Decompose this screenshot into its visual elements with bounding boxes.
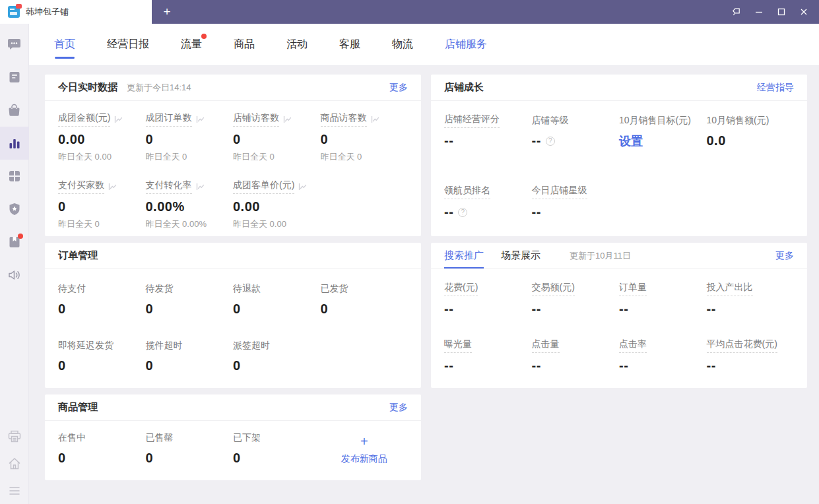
publish-new-goods-button[interactable]: + 发布新商品 [321, 431, 409, 466]
browser-tab[interactable]: 韩坤包子铺 [0, 0, 152, 24]
window-titlebar: 韩坤包子铺 + [0, 0, 819, 24]
nav-tab[interactable]: 经营日报 [107, 24, 149, 65]
empty-area [431, 394, 807, 480]
metric-value: 0 [146, 358, 154, 373]
nav-tab[interactable]: 客服 [339, 24, 360, 65]
metric-yesterday: 昨日全天 0 [146, 151, 234, 163]
metric-value: -- [532, 301, 541, 317]
sidebar-bar-chart-icon[interactable] [0, 127, 29, 160]
metric-label: 派签超时 [233, 340, 270, 352]
metric-label: 领航员排名 [444, 185, 490, 199]
sidebar-speaker-icon[interactable] [0, 259, 29, 292]
promotion-tab[interactable]: 场景展示 [501, 243, 541, 268]
plus-icon: + [360, 435, 368, 448]
metric-cell: 即将延迟发货 0 [58, 339, 146, 373]
metric-label: 即将延迟发货 [58, 340, 114, 352]
metric-value: 0 [58, 301, 66, 317]
metric-yesterday: 昨日全天 0 [233, 151, 321, 163]
sidebar-home-icon[interactable] [0, 450, 29, 477]
sidebar-chat-icon[interactable] [0, 28, 29, 61]
more-link[interactable]: 更多 [389, 402, 408, 414]
metric-yesterday: 昨日全天 0.00 [233, 218, 321, 230]
metric-value: -- [707, 358, 716, 373]
metric-value: 0 [321, 132, 329, 147]
metric-value: -- [707, 301, 716, 317]
metric-value: 0 [146, 301, 154, 317]
nav-tab-label: 经营日报 [107, 38, 149, 51]
metric-label: 支付买家数 [58, 179, 104, 194]
metric-value: 0 [58, 199, 66, 214]
metric-value: -- [619, 301, 628, 317]
shop-favicon-icon [8, 6, 20, 18]
trend-chart-icon[interactable] [108, 183, 117, 191]
top-navbar: 首页 经营日报 流量 商品 活动 [29, 24, 819, 66]
metric-value: 0.00 [58, 132, 85, 147]
more-link[interactable]: 更多 [775, 250, 794, 262]
trend-chart-icon[interactable] [298, 183, 307, 191]
metric-cell: 订单量 -- [619, 282, 707, 317]
close-icon[interactable] [795, 3, 812, 20]
card-realtime-data: 今日实时数据 更新于今日14:14 更多 成团金额(元) 0.00 [45, 75, 421, 236]
help-icon[interactable]: ? [546, 137, 555, 146]
metric-cell: 已下架 0 [233, 431, 321, 466]
nav-tab[interactable]: 商品 [234, 24, 255, 65]
metric-label: 10月销售目标(元) [619, 115, 691, 127]
publish-label: 发布新商品 [341, 453, 387, 465]
metric-label: 今日店铺星级 [532, 185, 587, 199]
more-link[interactable]: 更多 [389, 82, 408, 94]
trend-chart-icon[interactable] [196, 115, 205, 123]
metric-label: 支付转化率 [146, 179, 192, 194]
metric-label: 店铺访客数 [233, 112, 279, 127]
metric-cell: 投入产出比 -- [707, 282, 795, 317]
guidance-link[interactable]: 经营指导 [757, 82, 794, 94]
metric-label: 待退款 [233, 283, 261, 295]
metric-cell: 成团金额(元) 0.00 昨日全天 0.00 [58, 113, 146, 163]
new-tab-button[interactable]: + [152, 0, 182, 24]
sidebar-document-icon[interactable] [0, 61, 29, 94]
set-target-link[interactable]: 设置 [619, 133, 643, 149]
nav-tab[interactable]: 流量 [181, 24, 202, 65]
card-title: 今日实时数据 [58, 81, 117, 94]
metric-label: 花费(元) [444, 282, 478, 296]
tab-title: 韩坤包子铺 [26, 6, 69, 18]
card-goods-management: 商品管理 更多 + 发布新商品 在售中 [45, 394, 421, 480]
pin-window-icon[interactable] [728, 3, 745, 20]
sidebar-shield-icon[interactable] [0, 193, 29, 226]
nav-tab[interactable]: 活动 [286, 24, 308, 65]
sidebar-grid-icon[interactable] [0, 160, 29, 193]
card-title: 订单管理 [58, 249, 98, 262]
metric-cell: 店铺访客数 0 昨日全天 0 [233, 113, 321, 163]
metric-cell: 成团客单价(元) 0.00 昨日全天 0.00 [233, 180, 321, 230]
sidebar-book-icon[interactable] [0, 226, 29, 259]
trend-chart-icon[interactable] [114, 115, 123, 123]
help-icon[interactable]: ? [458, 208, 467, 217]
metric-cell: 待退款 0 [233, 282, 321, 317]
dashboard-content: 今日实时数据 更新于今日14:14 更多 成团金额(元) 0.00 [29, 66, 819, 480]
promotion-tab[interactable]: 搜索推广 [444, 243, 484, 268]
metric-cell: 点击率 -- [619, 339, 707, 373]
card-shop-growth: 店铺成长 经营指导 店铺经营评分 -- [431, 75, 807, 236]
titlebar-drag-area [182, 0, 728, 24]
maximize-icon[interactable] [773, 3, 790, 20]
sidebar-printer-icon[interactable] [0, 423, 29, 450]
metric-value: 0 [233, 132, 241, 147]
metric-value: 0 [146, 451, 154, 466]
metric-cell: 花费(元) -- [444, 282, 532, 317]
trend-chart-icon[interactable] [371, 115, 379, 123]
sidebar-bag-icon[interactable] [0, 94, 29, 127]
sidebar-menu-icon[interactable] [0, 477, 29, 504]
trend-chart-icon[interactable] [196, 183, 205, 191]
metric-label: 已下架 [233, 432, 261, 444]
metric-cell: 平均点击花费(元) -- [707, 339, 795, 373]
metric-label: 订单量 [619, 282, 647, 296]
trend-chart-icon[interactable] [283, 115, 292, 123]
metric-value: 0.00 [233, 199, 260, 214]
nav-tab[interactable]: 首页 [54, 24, 75, 65]
metric-yesterday: 昨日全天 0.00 [58, 151, 146, 163]
nav-tab[interactable]: 物流 [392, 24, 413, 65]
metric-cell: 成团订单数 0 昨日全天 0 [146, 113, 234, 163]
nav-tab[interactable]: 店铺服务 [445, 24, 487, 65]
minimize-icon[interactable] [750, 3, 768, 20]
nav-tab-label: 商品 [234, 38, 255, 51]
metric-value: 0 [233, 301, 241, 317]
